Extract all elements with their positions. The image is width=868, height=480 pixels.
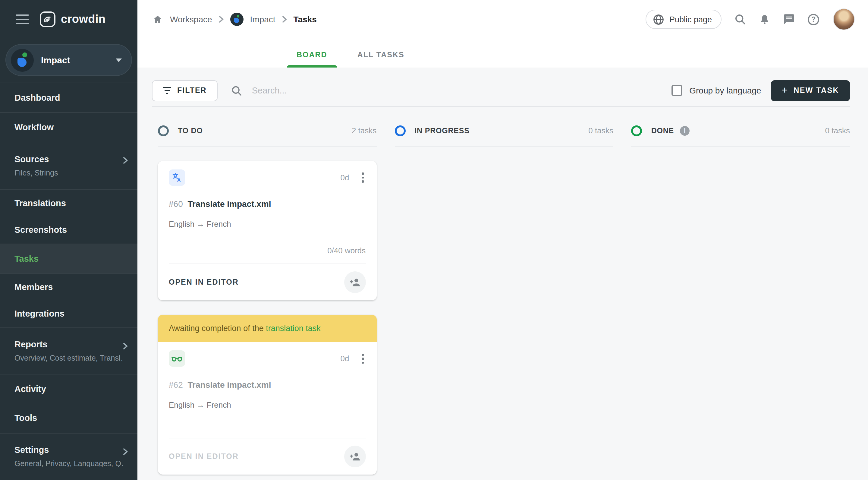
crowdin-wordmark: crowdin: [61, 13, 106, 26]
breadcrumb-workspace[interactable]: Workspace: [170, 14, 212, 24]
svg-text:A: A: [177, 177, 181, 183]
column-title: TO DO: [178, 126, 203, 135]
translate-task-icon: A: [169, 170, 185, 186]
sidebar: crowdin Impact Dashboard Workflow Source…: [0, 0, 137, 480]
person-add-icon: [349, 276, 361, 288]
sidebar-item-sources[interactable]: Sources Files, Strings: [0, 142, 137, 189]
sidebar-item-screenshots[interactable]: Screenshots: [0, 216, 137, 244]
hamburger-menu-icon[interactable]: [16, 14, 29, 24]
public-page-button[interactable]: Public page: [646, 10, 721, 29]
search-input[interactable]: [251, 85, 432, 96]
sidebar-item-activity[interactable]: Activity: [0, 374, 137, 403]
public-page-label: Public page: [670, 15, 712, 24]
group-by-language-label[interactable]: Group by language: [689, 86, 761, 95]
sidebar-item-sources-subtitle: Files, Strings: [14, 169, 123, 177]
breadcrumb: Workspace Impact Tasks: [152, 10, 317, 29]
header-actions: Public page: [646, 8, 855, 30]
open-in-editor-link-disabled: OPEN IN EDITOR: [169, 452, 239, 461]
task-card-60[interactable]: A 0d #60 Translate impact.xml English → …: [158, 161, 376, 300]
kebab-menu-icon[interactable]: [360, 351, 366, 367]
sidebar-item-tasks[interactable]: Tasks: [0, 244, 137, 273]
chevron-right-icon: [219, 16, 224, 23]
task-language-pair: English → French: [169, 219, 366, 229]
view-tabs: BOARD ALL TASKS: [287, 51, 414, 67]
filter-label: FILTER: [177, 86, 207, 95]
awaiting-banner-text: Awaiting completion of the: [169, 324, 266, 333]
user-avatar[interactable]: [833, 8, 855, 30]
awaiting-banner: Awaiting completion of the translation t…: [158, 315, 376, 342]
info-icon[interactable]: i: [680, 126, 689, 136]
search-field: [231, 85, 672, 96]
sidebar-item-integrations[interactable]: Integrations: [0, 300, 137, 327]
task-id: #60: [169, 199, 183, 209]
sidebar-item-translations[interactable]: Translations: [0, 189, 137, 216]
column-count: 0 tasks: [825, 126, 850, 135]
column-title: DONE: [651, 126, 674, 135]
due-badge: 0d: [341, 170, 349, 186]
assign-user-button[interactable]: [344, 446, 366, 467]
column-count: 0 tasks: [588, 126, 613, 135]
task-title: #62 Translate impact.xml: [169, 380, 366, 390]
tab-board[interactable]: BOARD: [287, 51, 337, 67]
translation-task-link[interactable]: translation task: [266, 324, 321, 333]
column-in-progress: IN PROGRESS 0 tasks: [395, 107, 613, 480]
sidebar-item-settings[interactable]: Settings General, Privacy, Languages, Q…: [0, 433, 137, 479]
chevron-down-icon: [116, 58, 122, 62]
sidebar-item-workflow[interactable]: Workflow: [0, 112, 137, 142]
group-by-language-toggle: Group by language: [671, 85, 761, 96]
chevron-right-icon: [123, 157, 128, 164]
new-task-button[interactable]: + NEW TASK: [771, 80, 850, 101]
tab-all-tasks[interactable]: ALL TASKS: [348, 51, 414, 67]
search-icon: [231, 85, 242, 96]
help-icon[interactable]: ?: [808, 13, 819, 25]
globe-icon: [653, 13, 664, 25]
project-logo-icon: [230, 13, 244, 26]
sidebar-item-dashboard[interactable]: Dashboard: [0, 83, 137, 112]
column-title: IN PROGRESS: [414, 126, 469, 135]
column-divider: [631, 146, 850, 147]
group-by-language-checkbox[interactable]: [671, 85, 682, 96]
sidebar-item-reports[interactable]: Reports Overview, Cost estimate, Transl…: [0, 327, 137, 374]
sidebar-menu: Dashboard Workflow Sources Files, String…: [0, 83, 137, 480]
sidebar-item-members[interactable]: Members: [0, 273, 137, 300]
notifications-bell-icon[interactable]: [759, 13, 770, 26]
status-circle-icon: [158, 125, 169, 136]
column-done-header: DONE i 0 tasks: [631, 125, 850, 136]
project-switcher[interactable]: Impact: [5, 44, 132, 76]
proofread-task-icon: [169, 351, 185, 367]
search-icon[interactable]: [734, 13, 746, 25]
task-card-footer: OPEN IN EDITOR: [169, 438, 366, 475]
messages-chat-icon[interactable]: [783, 13, 795, 25]
breadcrumb-current-page: Tasks: [293, 14, 317, 24]
sidebar-item-reports-subtitle: Overview, Cost estimate, Transl…: [14, 354, 123, 362]
status-circle-icon: [395, 125, 405, 136]
main-area: Workspace Impact Tasks: [137, 0, 868, 480]
page-header: Workspace Impact Tasks: [137, 0, 868, 67]
column-done: DONE i 0 tasks: [631, 107, 850, 480]
crowdin-app: crowdin Impact Dashboard Workflow Source…: [0, 0, 868, 480]
sidebar-top: crowdin: [0, 0, 137, 38]
task-name: Translate impact.xml: [188, 199, 271, 209]
column-count: 2 tasks: [352, 126, 376, 135]
filter-button[interactable]: FILTER: [152, 80, 218, 101]
status-circle-icon: [631, 125, 642, 136]
crowdin-logo[interactable]: crowdin: [40, 11, 106, 27]
chevron-right-icon: [123, 342, 128, 350]
sidebar-item-tools[interactable]: Tools: [0, 403, 137, 433]
assign-user-button[interactable]: [344, 271, 366, 293]
column-todo: TO DO 2 tasks: [158, 107, 376, 480]
task-language-pair: English → French: [169, 400, 366, 410]
crowdin-bird-icon: [40, 11, 56, 27]
task-title: #60 Translate impact.xml: [169, 199, 366, 209]
kebab-menu-icon[interactable]: [360, 170, 366, 186]
task-card-62[interactable]: Awaiting completion of the translation t…: [158, 315, 376, 475]
home-icon[interactable]: [152, 14, 163, 25]
breadcrumb-project[interactable]: Impact: [250, 14, 276, 24]
plus-icon: +: [781, 85, 787, 95]
open-in-editor-link[interactable]: OPEN IN EDITOR: [169, 278, 239, 287]
task-card-footer: OPEN IN EDITOR: [169, 264, 366, 300]
filter-icon: [163, 87, 171, 94]
board-toolbar: FILTER Group by language + NEW TASK: [152, 80, 850, 101]
column-divider: [158, 146, 376, 147]
column-in-progress-header: IN PROGRESS 0 tasks: [395, 125, 613, 136]
